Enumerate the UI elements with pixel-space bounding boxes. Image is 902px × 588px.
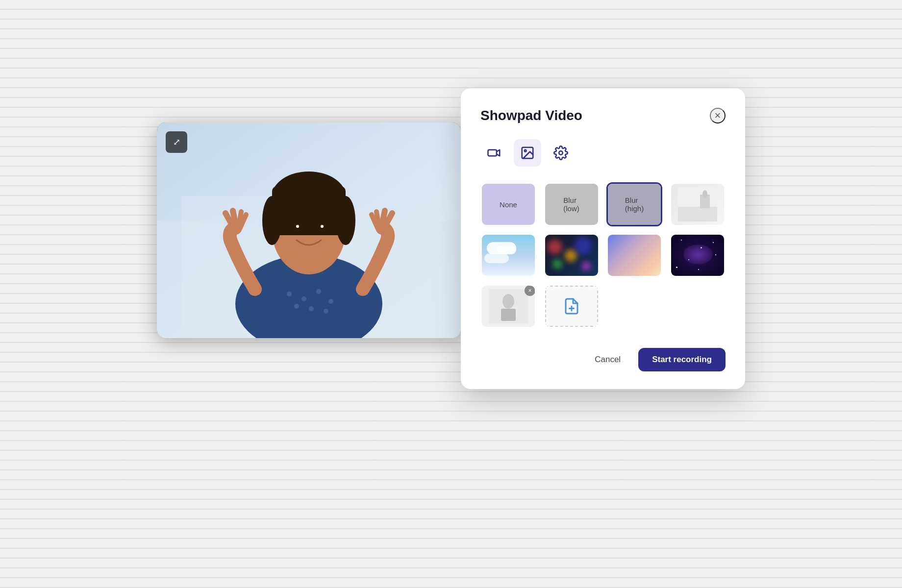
svg-line-23 [233, 211, 236, 228]
bg-sunset-preview [608, 235, 661, 276]
upload-icon [563, 297, 580, 315]
bg-option-upload[interactable] [544, 284, 600, 328]
expand-button[interactable]: ⤢ [166, 131, 187, 153]
video-card: ⤢ [157, 122, 461, 338]
person-illustration [157, 122, 461, 338]
bg-option-galaxy[interactable] [670, 233, 726, 277]
svg-rect-15 [272, 186, 346, 235]
expand-icon: ⤢ [173, 138, 180, 147]
svg-rect-35 [678, 207, 717, 221]
bg-option-blur-low[interactable]: Blur(low) [544, 182, 600, 226]
svg-point-16 [262, 196, 282, 245]
bg-room-preview [671, 184, 724, 225]
svg-point-32 [525, 150, 526, 152]
svg-point-39 [502, 294, 514, 309]
svg-point-21 [321, 225, 324, 228]
svg-point-9 [294, 304, 299, 309]
svg-point-11 [324, 309, 328, 314]
modal-title: Showpad Video [480, 108, 582, 123]
bg-none-preview: None [482, 184, 535, 225]
bg-option-blur-high[interactable]: Blur(high) [606, 182, 662, 226]
bg-option-room[interactable] [670, 182, 726, 226]
gear-icon [553, 146, 568, 160]
scene: ⤢ Showpad Video × [157, 74, 745, 514]
bg-option-bokeh[interactable] [544, 233, 600, 277]
modal-header: Showpad Video × [480, 108, 726, 123]
video-camera-icon [487, 146, 501, 160]
svg-point-10 [309, 306, 314, 311]
room-scene [678, 187, 717, 221]
svg-point-33 [559, 151, 563, 155]
bg-option-none[interactable]: None [480, 182, 536, 226]
svg-point-37 [702, 190, 707, 198]
background-grid: None Blur(low) Blur(high) [480, 182, 726, 328]
svg-point-19 [316, 224, 326, 232]
image-icon [520, 146, 535, 160]
svg-point-7 [316, 289, 321, 294]
svg-point-5 [287, 292, 292, 296]
svg-rect-30 [488, 150, 497, 156]
tab-bar [480, 139, 726, 167]
tab-settings[interactable] [547, 139, 575, 167]
tab-background[interactable] [514, 139, 541, 167]
bg-upload-preview [545, 286, 598, 327]
custom-bg-preview [489, 289, 528, 323]
svg-point-20 [296, 225, 299, 228]
bg-bokeh-preview [545, 235, 598, 276]
bg-blur-low-preview: Blur(low) [545, 184, 598, 225]
svg-point-17 [336, 196, 355, 245]
svg-point-18 [292, 224, 301, 232]
svg-rect-40 [501, 309, 516, 321]
bg-galaxy-preview [671, 235, 724, 276]
bg-option-sky[interactable] [480, 233, 536, 277]
bg-option-custom1[interactable]: × [480, 284, 536, 328]
remove-custom1-button[interactable]: × [525, 285, 535, 296]
close-icon: × [715, 109, 721, 122]
cancel-button[interactable]: Cancel [587, 350, 628, 369]
tab-video[interactable] [480, 139, 508, 167]
video-background: ⤢ [157, 122, 461, 338]
bg-sky-preview [482, 235, 535, 276]
bg-blur-high-preview: Blur(high) [608, 184, 661, 225]
svg-point-8 [328, 299, 333, 304]
svg-point-6 [301, 296, 306, 301]
modal-footer: Cancel Start recording [480, 340, 726, 371]
modal-dialog: Showpad Video × [461, 88, 745, 389]
svg-line-27 [381, 211, 385, 228]
start-recording-button[interactable]: Start recording [638, 348, 726, 371]
close-button[interactable]: × [710, 108, 726, 123]
bg-option-sunset[interactable] [606, 233, 662, 277]
